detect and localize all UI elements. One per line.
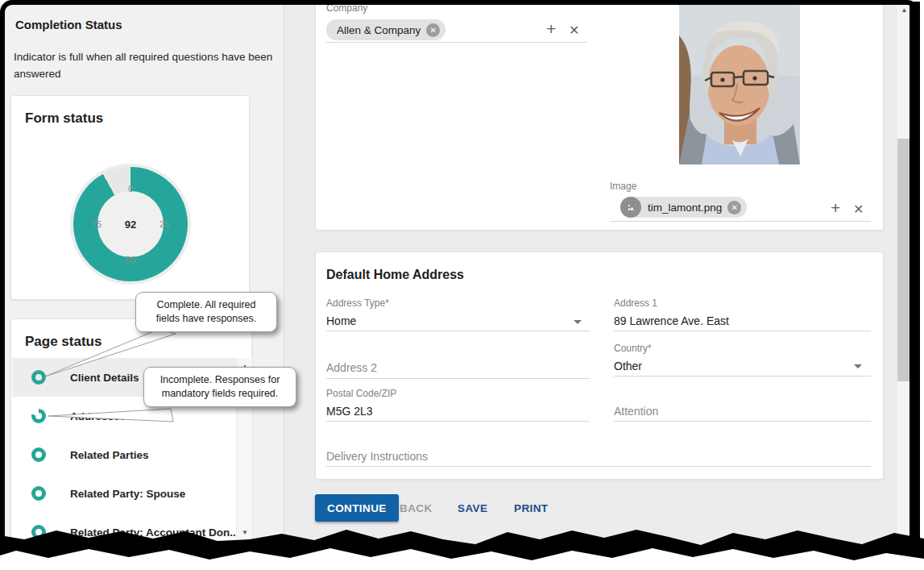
chip-remove-icon[interactable]: ✕ [426,23,440,37]
country-label: Country* [614,343,652,354]
image-thumbnail-icon [620,197,641,218]
completion-gauge-value: 92 [97,191,164,257]
page-scrollbar-thumb[interactable] [897,139,911,381]
address-type-underline [326,331,590,331]
page-status-card: Page status Client Details Addresses Rel… [10,318,252,560]
form-status-title: Form status [25,110,103,127]
postal-code-label: Postal Code/ZIP [326,388,396,399]
page-status-item-label: Client Details [70,372,139,384]
completion-gauge: 92 0 25 50 75 [70,164,191,285]
default-home-address-card [315,252,884,480]
country-dropdown-icon[interactable] [854,364,862,368]
address1-label: Address 1 [614,297,657,309]
postal-code-input[interactable]: M5G 2L3 [326,405,373,418]
address-type-select[interactable]: Home [326,314,356,327]
page-status-item-related-party-spouse[interactable]: Related Party: Spouse [12,474,236,513]
status-incomplete-icon [31,409,46,423]
callout-incomplete: Incomplete. Responses for mandatory fiel… [143,367,296,407]
back-button[interactable]: BACK [393,494,439,522]
status-complete-icon [31,486,46,501]
status-complete-icon [31,525,46,539]
completion-status-sidebar: Completion Status Indicator is full when… [4,3,284,568]
attention-underline [614,421,871,422]
page-status-item-related-party-accountant[interactable]: Related Party: Accountant Don... [12,513,236,551]
address-card-title: Default Home Address [326,268,464,282]
screenshot-stage: Completion Status Indicator is full when… [0,0,924,570]
callout-complete: Complete. All required fields have respo… [135,292,277,332]
delivery-instructions-underline [326,466,871,467]
company-chip[interactable]: Allen & Company ✕ [326,19,445,40]
sidebar-title: Completion Status [15,18,122,31]
page-scroll-up-icon[interactable]: ▲ [897,6,912,14]
form-status-card: Form status 92 0 25 50 75 [10,95,250,300]
gauge-tick-75: 75 [92,219,102,229]
page-status-item-label: Related Parties [70,449,149,461]
country-underline [614,376,871,377]
client-photo [679,3,800,164]
delivery-instructions-input[interactable]: Delivery Instructions [326,450,428,463]
sidebar-description: Indicator is full when all required ques… [14,48,283,82]
save-button[interactable]: SAVE [451,494,494,522]
address1-underline [614,331,871,331]
attention-input[interactable]: Attention [614,405,658,418]
page-status-item-label: Addresses [70,410,126,422]
status-complete-icon [31,370,46,385]
scroll-down-icon[interactable]: ▼ [237,529,253,536]
page-scrollbar[interactable]: ▲ [896,3,911,568]
image-chip[interactable]: tim_lamont.png ✕ [620,197,747,218]
chip-remove-icon[interactable]: ✕ [727,201,741,214]
image-chip-label: tim_lamont.png [648,202,722,214]
page-status-title: Page status [25,334,102,350]
page-status-item-related-parties[interactable]: Related Parties [12,435,236,474]
company-clear-icon[interactable]: ✕ [569,23,579,39]
address-type-label: Address Type* [326,297,389,309]
company-field-label: Company [326,2,367,14]
image-field-underline [610,221,871,222]
gauge-tick-0: 0 [128,184,133,193]
postal-code-underline [326,421,590,422]
image-add-icon[interactable]: + [831,200,840,216]
image-clear-icon[interactable]: ✕ [853,202,864,218]
company-chip-label: Allen & Company [337,24,421,36]
gauge-tick-25: 25 [160,219,169,229]
page-status-item-label: Related Party: Spouse [70,488,185,500]
address1-input[interactable]: 89 Lawrence Ave. East [614,314,729,327]
print-button[interactable]: PRINT [508,494,555,522]
address-type-dropdown-icon[interactable] [574,320,582,324]
company-field-underline [326,42,586,43]
continue-button[interactable]: CONTINUE [315,494,399,522]
gauge-tick-50: 50 [126,255,135,264]
image-field-label: Image [610,181,636,192]
page-status-item-label: Related Party: Accountant Don... [70,526,239,539]
country-select[interactable]: Other [614,360,642,372]
company-add-icon[interactable]: + [546,21,556,37]
status-complete-icon [31,447,46,462]
address2-underline [326,378,590,379]
address2-input[interactable]: Address 2 [326,361,377,374]
